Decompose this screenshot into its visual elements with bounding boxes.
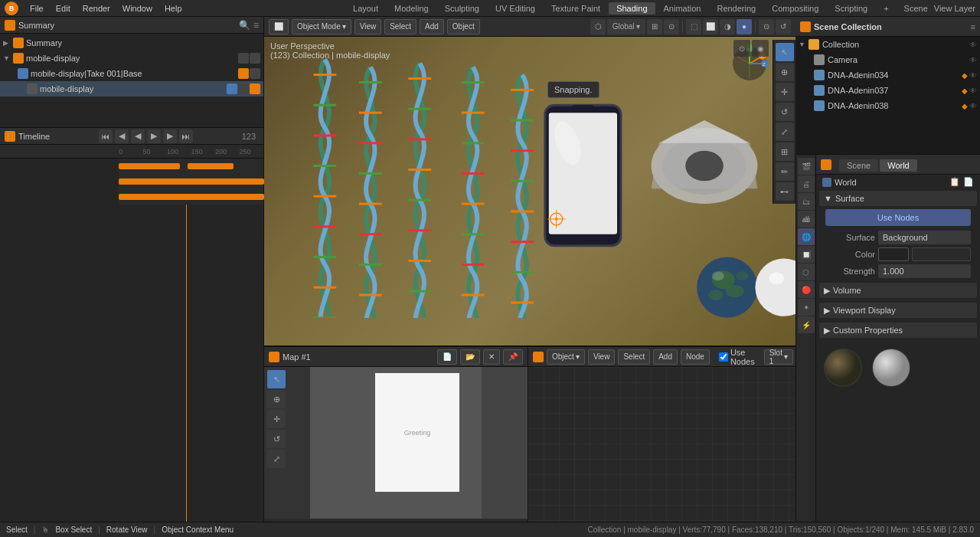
menu-window[interactable]: Window [117, 2, 158, 15]
shading-solid[interactable]: ⬜ [703, 19, 718, 34]
node-use-nodes-toggle[interactable]: Use Nodes [719, 348, 755, 366]
ct-vis-4[interactable]: 👁 [969, 87, 977, 95]
ct-row-dna-034[interactable]: DNA-Adenin034 ◆ 👁 [795, 67, 980, 83]
uv-open-btn[interactable]: 📂 [460, 349, 480, 365]
wp-new-btn[interactable]: 📄 [963, 177, 974, 187]
tool-cursor[interactable]: ⊕ [776, 63, 794, 81]
tab-texture-paint[interactable]: Texture Paint [544, 2, 608, 15]
props-tab-object[interactable]: 🔲 [798, 246, 815, 263]
uv-close-btn[interactable]: ✕ [483, 349, 500, 365]
gizmo-btn[interactable]: ↺ [776, 19, 791, 34]
props-tab-scene[interactable]: 🏙 [798, 211, 815, 228]
shading-wire[interactable]: ⬚ [686, 19, 701, 34]
outliner-row-take[interactable]: mobile-display|Take 001|Base [0, 66, 263, 81]
ct-row-camera[interactable]: Camera 👁 [795, 52, 980, 67]
tc-jump-end[interactable]: ⏭ [179, 129, 193, 143]
snap-btn[interactable]: ⊞ [647, 19, 662, 34]
tool-select[interactable]: ↖ [776, 43, 794, 61]
view-layer-selector[interactable]: View Layer [934, 4, 975, 13]
wp-use-nodes-btn[interactable]: Use Nodes [825, 209, 971, 226]
tool-annotate[interactable]: ✏ [776, 162, 794, 181]
viewport-canvas[interactable]: User Perspective (123) Collection | mobi… [264, 37, 795, 345]
select-menu-btn[interactable]: Select [384, 19, 416, 34]
ct-vis-3[interactable]: 👁 [969, 71, 977, 80]
status-box-select[interactable]: Box Select [55, 526, 92, 534]
object-menu-btn[interactable]: Object [447, 19, 480, 34]
tool-transform[interactable]: ⊞ [776, 142, 794, 161]
node-slot-btn[interactable]: Slot 1 ▾ [764, 349, 793, 365]
ct-vis-1[interactable]: 👁 [969, 41, 977, 49]
wp-browse-btn[interactable]: 📋 [949, 177, 960, 187]
tab-shading[interactable]: Shading [609, 2, 655, 15]
tab-animation[interactable]: Animation [656, 2, 709, 15]
uv-tool-scale[interactable]: ⤢ [267, 450, 286, 468]
props-tab-output[interactable]: 🖨 [798, 175, 815, 192]
tc-next-key[interactable]: ▶ [163, 129, 177, 143]
global-label[interactable]: Global ▾ [607, 19, 645, 34]
tab-rendering[interactable]: Rendering [709, 2, 763, 15]
status-rotate-view[interactable]: Rotate View [106, 526, 148, 534]
ct-vis-5[interactable]: 👁 [969, 102, 977, 110]
props-tab-world[interactable]: 🌐 [798, 228, 815, 245]
node-canvas[interactable]: Texture Color Alpha [528, 367, 795, 537]
view-menu-btn[interactable]: View [354, 19, 382, 34]
menu-render[interactable]: Render [77, 2, 116, 15]
props-tab-render[interactable]: 🎬 [798, 158, 815, 175]
props-tab-mesh[interactable]: ⬡ [798, 264, 815, 280]
sc-filter-btn[interactable]: ≡ [971, 22, 975, 31]
outliner-search-btn[interactable]: 🔍 [239, 20, 250, 31]
wp-custom-header[interactable]: ▶ Custom Properties [819, 323, 977, 338]
wp-color-picker[interactable] [878, 247, 909, 261]
props-tab-physics[interactable]: ⚡ [798, 316, 815, 333]
tool-move[interactable]: ✛ [776, 83, 794, 101]
props-tab-material[interactable]: 🔴 [798, 281, 815, 298]
node-add-btn[interactable]: Add [653, 349, 678, 365]
ct-row-collection[interactable]: ▼ Collection 👁 [795, 37, 980, 52]
uv-tool-rotate[interactable]: ↺ [267, 430, 286, 448]
uv-tool-select[interactable]: ↖ [267, 370, 286, 388]
wp-surface-header[interactable]: ▼ Surface [819, 191, 977, 206]
uv-tool-cursor[interactable]: ⊕ [267, 390, 286, 408]
node-node-btn[interactable]: Node [681, 349, 710, 365]
tool-measure[interactable]: ⊷ [776, 182, 794, 201]
outliner-row-mobile-display[interactable]: mobile-display [0, 81, 263, 97]
tab-sculpting[interactable]: Sculpting [437, 2, 487, 15]
wp-strength-value[interactable]: 1.000 [878, 264, 971, 278]
tc-jump-start[interactable]: ⏮ [99, 129, 113, 143]
tab-add[interactable]: + [876, 2, 896, 15]
tc-prev-key[interactable]: ◀ [115, 129, 129, 143]
outliner-filter-btn[interactable]: ≡ [253, 20, 259, 31]
use-nodes-checkbox[interactable] [719, 352, 728, 362]
uv-canvas[interactable]: ↖ ⊕ ✛ ↺ ⤢ Greeting [264, 367, 528, 519]
overlay-ctrl-btn[interactable]: ⊙ [733, 40, 750, 57]
tc-play[interactable]: ▶ [147, 129, 161, 143]
props-tab-view-layer[interactable]: 🗂 [798, 193, 815, 210]
uv-new-btn[interactable]: 📄 [437, 349, 457, 365]
tab-modeling[interactable]: Modeling [387, 2, 436, 15]
scene-selector[interactable]: Scene [904, 4, 928, 13]
overlay-btn[interactable]: ⊙ [759, 19, 774, 34]
shading-rendered[interactable]: ● [737, 19, 752, 34]
menu-edit[interactable]: Edit [51, 2, 76, 15]
menu-file[interactable]: File [24, 2, 49, 15]
node-view-btn[interactable]: View [588, 349, 616, 365]
status-select[interactable]: Select [6, 526, 28, 534]
tab-layout[interactable]: Layout [345, 2, 386, 15]
wp-surface-value[interactable]: Background [878, 231, 971, 244]
wp-tab-scene[interactable]: Scene [839, 159, 878, 172]
editor-type-btn[interactable]: ⬜ [269, 19, 289, 34]
proportional-btn[interactable]: ⊙ [664, 19, 679, 34]
node-select-btn[interactable]: Select [618, 349, 650, 365]
node-type-btn[interactable]: Object ▾ [547, 349, 585, 365]
shading-material[interactable]: ◑ [720, 19, 735, 34]
wp-volume-header[interactable]: ▶ Volume [819, 283, 977, 298]
tool-scale[interactable]: ⤢ [776, 123, 794, 141]
uv-main-canvas[interactable]: Greeting [310, 367, 528, 519]
mode-selector[interactable]: Object Mode ▾ [292, 19, 351, 34]
tc-play-reverse[interactable]: ◀ [131, 129, 145, 143]
wp-color-value[interactable] [912, 247, 971, 261]
props-tab-particles[interactable]: ✦ [798, 299, 815, 316]
tab-scripting[interactable]: Scripting [827, 2, 875, 15]
outliner-row-mobile-display-collection[interactable]: ▼ mobile-display [0, 51, 263, 66]
global-local-btn[interactable]: ⬡ [590, 19, 606, 34]
